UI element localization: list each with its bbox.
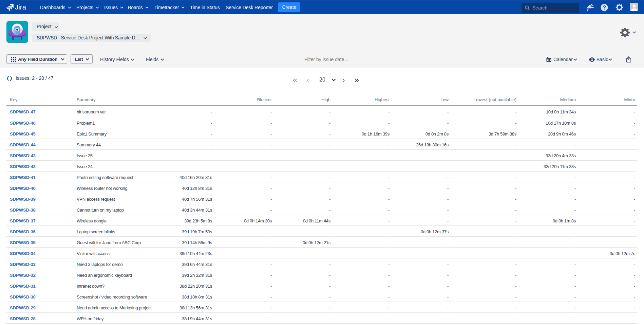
- svg-text:?: ?: [603, 4, 606, 11]
